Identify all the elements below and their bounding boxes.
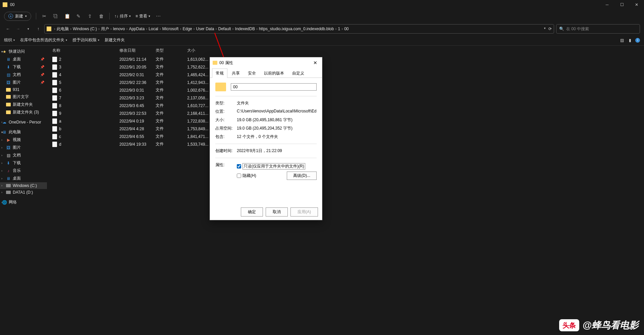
dialog-titlebar[interactable]: 00 属性 ✕ — [210, 57, 322, 68]
view-button[interactable]: ≡ 查看 ▾ — [136, 13, 150, 19]
breadcrumb-item[interactable]: Microsoft — [162, 27, 179, 31]
organize-button[interactable]: 组织 ▾ — [4, 37, 15, 43]
breadcrumb-item[interactable]: IndexedDB — [235, 27, 255, 31]
copy-icon[interactable]: ⿻ — [52, 13, 59, 19]
delete-icon[interactable]: 🗑 — [98, 13, 105, 19]
col-name[interactable]: 名称 — [52, 48, 119, 53]
file-row[interactable]: 32022/9/1 20:05文件1,752,622... — [47, 63, 644, 71]
up-button[interactable]: ↑ — [34, 25, 42, 33]
col-type[interactable]: 类型 — [156, 48, 187, 53]
breadcrumb-item[interactable]: 1 — [338, 27, 340, 31]
file-row[interactable]: b2022/9/4 4:28文件1,753,849... — [47, 125, 644, 133]
file-row[interactable]: a2022/9/4 0:19文件1,722,838... — [47, 117, 644, 125]
breadcrumb-item[interactable]: 此电脑 — [57, 26, 69, 32]
file-icon — [52, 103, 57, 108]
cancel-button[interactable]: 取消 — [266, 207, 288, 217]
cut-icon[interactable]: ✂ — [41, 13, 48, 19]
file-row[interactable]: 52022/9/2 22:36文件1,412,943... — [47, 79, 644, 86]
file-icon — [52, 95, 57, 101]
sidebar-item-videos[interactable]: ›▶视频 — [0, 136, 47, 144]
maximize-button[interactable]: ☐ — [614, 0, 629, 9]
sidebar-item-pictext[interactable]: 图片文字 — [0, 93, 47, 101]
sidebar-item-onedrive[interactable]: › ☁ OneDrive - Persor — [0, 119, 47, 126]
recent-button[interactable]: ▾ — [24, 25, 32, 33]
breadcrumb-item[interactable]: AppData — [129, 27, 145, 31]
sidebar-item-newfolder[interactable]: 新建文件夹 — [0, 101, 47, 108]
sidebar-item-desktop2[interactable]: ›🖥桌面 — [0, 175, 47, 182]
col-date[interactable]: 修改日期 — [119, 48, 156, 53]
paste-icon[interactable]: 📋 — [64, 13, 70, 19]
sidebar-item-desktop[interactable]: 🖥桌面📌 — [0, 55, 47, 63]
preview-icon[interactable]: ▮ — [627, 38, 633, 43]
rename-icon[interactable]: ✎ — [75, 13, 82, 19]
file-row[interactable]: 72022/9/3 3:23文件2,137,058... — [47, 94, 644, 102]
file-row[interactable]: 42022/9/2 0:31文件1,465,424... — [47, 71, 644, 79]
tab-custom[interactable]: 自定义 — [288, 68, 308, 78]
search-input[interactable]: 🔍 在 00 中搜索 — [556, 24, 640, 34]
sidebar-item-pics[interactable]: 🖼图片📌 — [0, 79, 47, 86]
info-icon[interactable]: i — [635, 38, 640, 43]
sidebar-item-pics2[interactable]: ›🖼图片 — [0, 144, 47, 151]
sidebar-item-downloads2[interactable]: ›⬇下载 — [0, 159, 47, 167]
include-lib-button[interactable]: 在库中包含所选的文件夹 ▾ — [20, 37, 67, 43]
breadcrumb-item[interactable]: Edge — [182, 27, 192, 31]
sort-button[interactable]: ↑↓ 排序 ▾ — [114, 13, 131, 19]
sidebar-item-docs2[interactable]: ›▤文档 — [0, 151, 47, 159]
grant-access-button[interactable]: 授予访问权限 ▾ — [72, 37, 99, 43]
col-size[interactable]: 大小 — [187, 48, 217, 53]
new-folder-button[interactable]: 新建文件夹 — [105, 37, 125, 43]
new-button[interactable]: + 新建 ▾ — [4, 12, 31, 21]
tab-security[interactable]: 安全 — [244, 68, 260, 78]
file-name: 5 — [59, 80, 61, 85]
share-icon[interactable]: ⇪ — [87, 13, 93, 19]
back-button[interactable]: ← — [4, 25, 12, 33]
breadcrumb-item[interactable]: https_studio.ixigua.com_0.indexeddb.blob — [259, 27, 334, 31]
sidebar-item-thispc[interactable]: ▾ 🖥 此电脑 — [0, 128, 47, 136]
file-row[interactable]: d2022/9/4 19:33文件1,533,749... — [47, 140, 644, 148]
sidebar-label: 此电脑 — [9, 129, 44, 135]
chevron-down-icon[interactable]: ▾ — [544, 27, 546, 31]
close-button[interactable]: ✕ — [311, 59, 319, 67]
breadcrumb-item[interactable]: Windows (C:) — [73, 27, 97, 31]
separator — [109, 13, 110, 19]
tab-share[interactable]: 共享 — [228, 68, 244, 78]
readonly-checkbox[interactable] — [237, 164, 241, 169]
file-row[interactable]: 82022/9/3 6:45文件1,610,727... — [47, 102, 644, 109]
advanced-button[interactable]: 高级(D)... — [287, 172, 317, 180]
hidden-checkbox[interactable] — [237, 174, 241, 178]
breadcrumb-item[interactable]: lenovo — [113, 27, 125, 31]
sidebar-item-quickaccess[interactable]: ▾ ★ 快速访问 — [0, 48, 47, 55]
sidebar-item-931[interactable]: 931 — [0, 86, 47, 93]
tab-previous[interactable]: 以前的版本 — [260, 68, 288, 78]
minimize-button[interactable]: ─ — [600, 0, 614, 9]
sidebar-item-music[interactable]: ›♪音乐 — [0, 167, 47, 175]
file-row[interactable]: c2022/9/4 6:55文件1,841,471... — [47, 133, 644, 140]
breadcrumb-item[interactable]: 用户 — [101, 26, 109, 32]
folder-name-input[interactable] — [231, 83, 317, 91]
forward-button[interactable]: → — [14, 25, 22, 33]
layout-icon[interactable]: ▤ — [619, 38, 625, 43]
more-icon[interactable]: ⋯ — [155, 13, 162, 19]
close-button[interactable]: ✕ — [629, 0, 644, 9]
file-row[interactable]: 22022/9/1 21:14文件1,613,062... — [47, 55, 644, 63]
file-row[interactable]: 92022/9/3 22:53文件2,168,411... — [47, 109, 644, 117]
breadcrumb-item[interactable]: User Data — [196, 27, 214, 31]
folder-icon — [6, 95, 11, 99]
sidebar-item-data1-d[interactable]: ›DATA1 (D:) — [0, 189, 47, 196]
breadcrumb-item[interactable]: Local — [149, 27, 158, 31]
tab-general[interactable]: 常规 — [212, 68, 227, 78]
breadcrumb-item[interactable]: 00 — [344, 27, 348, 31]
sidebar-item-docs[interactable]: ▤文档📌 — [0, 71, 47, 79]
ok-button[interactable]: 确定 — [241, 207, 263, 217]
file-row[interactable]: 62022/9/3 0:31文件1,002,676... — [47, 86, 644, 94]
sidebar-item-network[interactable]: › 🌐 网络 — [0, 198, 47, 206]
breadcrumb-item[interactable]: Default — [218, 27, 231, 31]
refresh-icon[interactable]: ⟳ — [548, 27, 552, 31]
sidebar-item-downloads[interactable]: ⬇下载📌 — [0, 63, 47, 71]
new-label: 新建 — [15, 13, 23, 19]
breadcrumb[interactable]: › 此电脑›Windows (C:)›用户›lenovo›AppData›Loc… — [44, 24, 554, 34]
sidebar-item-windows-c[interactable]: ›Windows (C:) — [0, 182, 47, 189]
file-list-header[interactable]: 名称 修改日期 类型 大小 — [47, 46, 644, 55]
sidebar-item-newfolder3[interactable]: 新建文件夹 (3) — [0, 108, 47, 116]
apply-button[interactable]: 应用(A) — [290, 207, 318, 217]
